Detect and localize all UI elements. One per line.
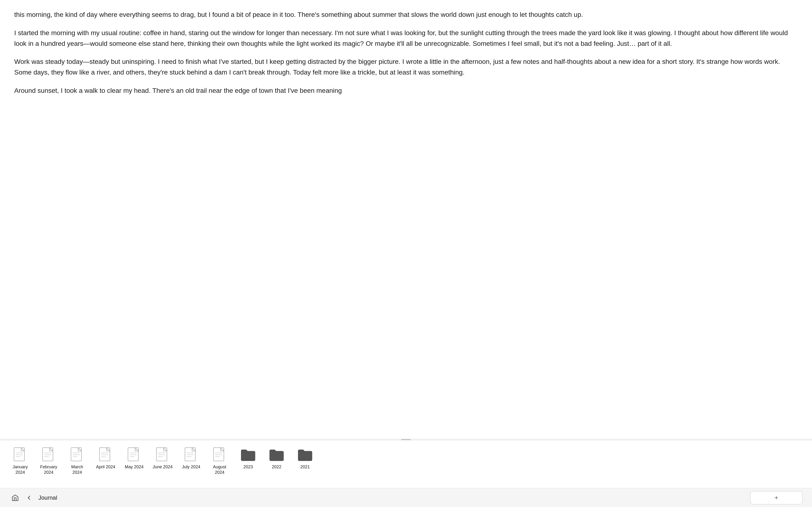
file-label-jan2024: January 2024 [13,464,28,475]
paragraph-2: I started the morning with my usual rout… [14,28,798,49]
file-item-apr2024[interactable]: April 2024 [93,445,119,472]
file-label-jul2024: July 2024 [182,464,200,470]
file-browser: January 2024 February 2024 March 2024 Ap… [0,441,812,488]
main-content: this morning, the kind of day where ever… [0,0,812,488]
document-icon-jun2024 [155,447,170,462]
file-label-apr2024: April 2024 [96,464,115,470]
file-label-y2022: 2022 [272,464,281,470]
back-button[interactable] [23,492,35,503]
panel-resizer[interactable] [0,439,812,441]
file-label-may2024: May 2024 [125,464,144,470]
file-item-feb2024[interactable]: February 2024 [36,445,62,477]
file-item-jul2024[interactable]: July 2024 [178,445,204,472]
file-label-jun2024: June 2024 [153,464,173,470]
paragraph-3: Work was steady today—steady but uninspi… [14,56,798,78]
file-item-jun2024[interactable]: June 2024 [150,445,176,472]
file-item-y2022[interactable]: 2022 [264,445,290,472]
folder-icon-y2023 [240,447,256,462]
home-button[interactable] [9,492,21,503]
document-icon-aug2024 [212,447,227,462]
document-icon-mar2024 [69,447,85,462]
file-label-y2021: 2021 [300,464,310,470]
file-item-jan2024[interactable]: January 2024 [7,445,33,477]
file-item-y2021[interactable]: 2021 [292,445,318,472]
file-label-aug2024: August 2024 [213,464,226,475]
file-item-aug2024[interactable]: August 2024 [207,445,233,477]
file-item-mar2024[interactable]: March 2024 [64,445,90,477]
journal-text-area: this morning, the kind of day where ever… [0,0,812,439]
folder-icon-y2022 [269,447,284,462]
document-icon-jul2024 [183,447,199,462]
breadcrumb-title: Journal [39,494,57,501]
file-grid: January 2024 February 2024 March 2024 Ap… [7,445,805,477]
file-label-mar2024: March 2024 [66,464,88,475]
file-item-may2024[interactable]: May 2024 [121,445,147,472]
document-icon-apr2024 [98,447,113,462]
file-label-feb2024: February 2024 [40,464,57,475]
file-item-y2023[interactable]: 2023 [235,445,261,472]
document-icon-jan2024 [13,447,28,462]
add-button[interactable]: + [750,491,803,504]
document-icon-may2024 [126,447,142,462]
resizer-handle [401,439,411,440]
paragraph-1: this morning, the kind of day where ever… [14,9,798,20]
folder-icon-y2021 [297,447,313,462]
bottom-bar: Journal + [0,488,812,507]
paragraph-4: Around sunset, I took a walk to clear my… [14,86,798,96]
file-label-y2023: 2023 [243,464,253,470]
document-icon-feb2024 [41,447,56,462]
